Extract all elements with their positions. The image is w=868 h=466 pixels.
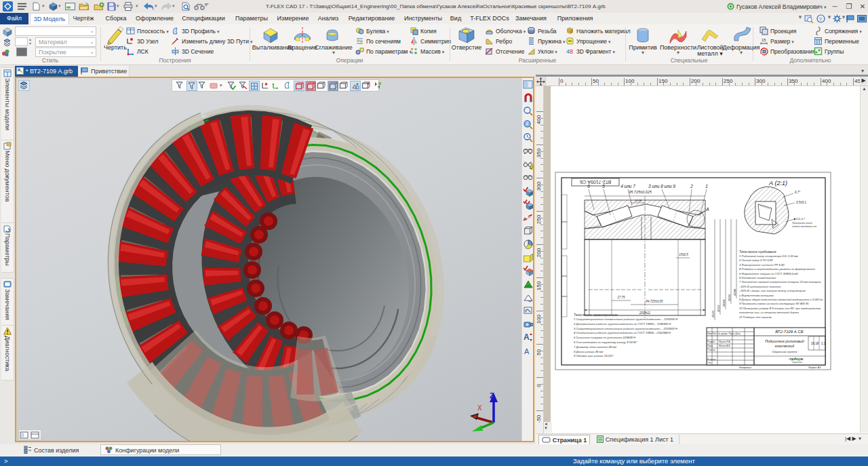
- svg-text:Ø248: Ø248: [733, 288, 736, 296]
- svg-text:конический: конический: [775, 344, 794, 348]
- svg-text:Ø284: Ø284: [722, 299, 726, 307]
- svg-text:Z: Z: [490, 391, 494, 400]
- svg-text:Технические характеристики: Технические характеристики: [574, 313, 618, 317]
- svg-text:Изм Лист № докум. Подп. Дата: Изм Лист № докум. Подп. Дата: [707, 332, 741, 335]
- svg-text:4 Размеры и шероховатость ука: 4 Размеры и шероховатость указаны до фор…: [739, 267, 816, 271]
- svg-text:Утв.: Утв.: [707, 362, 712, 364]
- svg-text:6,7°: 6,7°: [795, 191, 800, 194]
- svg-text:5: 5: [602, 184, 605, 189]
- svg-text:1: 1: [705, 184, 708, 189]
- svg-text:9 Проверить замок согласно ин: 9 Проверить замок согласно инструкции WI…: [739, 302, 809, 305]
- svg-text:A: A: [524, 347, 530, 355]
- svg-text:Формат А3: Формат А3: [808, 366, 821, 369]
- svg-text:0,3–0,7: 0,3–0,7: [796, 217, 806, 220]
- svg-text:15: 15: [762, 38, 766, 42]
- svg-text:17,75: 17,75: [617, 296, 625, 299]
- svg-text:3 или 8 или 9: 3 или 8 или 9: [648, 184, 675, 189]
- svg-text:5 Граничная нагрузка не устало: 5 Граничная нагрузка не усталость 229438…: [574, 336, 636, 339]
- svg-text:15±0,5: 15±0,5: [679, 253, 688, 256]
- svg-text:5 Неуказанные допуски по ГОСТ: 5 Неуказанные допуски по ГОСТ 30893.2-мК: [739, 272, 798, 275]
- svg-text:Сборочный чертёж: Сборочный чертёж: [772, 350, 797, 353]
- svg-text:6: 6: [587, 184, 590, 189]
- svg-text:ВТ2-7109 А СБ: ВТ2-7109 А СБ: [775, 330, 804, 334]
- svg-text:Подшипник роликовый: Подшипник роликовый: [765, 339, 804, 343]
- svg-text:6 Клеймение наименование: 6 Клеймение наименование: [739, 276, 776, 279]
- svg-text:10,04: 10,04: [635, 199, 642, 202]
- svg-text:•ТЕК•КОМ: •ТЕК•КОМ: [789, 357, 803, 361]
- svg-text:1:1: 1:1: [821, 342, 826, 345]
- svg-text:Пров.: Пров.: [707, 345, 713, 347]
- svg-text:4 Статическая рабочая грузопод: 4 Статическая рабочая грузоподъемность п…: [574, 331, 671, 334]
- svg-text:Н.контр.: Н.контр.: [707, 358, 716, 361]
- svg-text:подшипники: подшипники: [792, 362, 802, 364]
- svg-text:7 Диаметр тела качения 24 мм: 7 Диаметр тела качения 24 мм: [574, 345, 616, 349]
- svg-text:Жуков И.А.: Жуков И.А.: [719, 341, 731, 343]
- svg-text:0,5±0,1: 0,5±0,1: [796, 201, 806, 204]
- svg-text:6 Угол контакта по наружному к: 6 Угол контакта по наружному кольцу 9°53…: [574, 341, 637, 344]
- svg-text:?: ?: [819, 16, 823, 22]
- svg-text:11 Размеры для справок: 11 Размеры для справок: [739, 315, 772, 319]
- svg-text:X: X: [477, 404, 482, 412]
- svg-text:Копировал: Копировал: [739, 366, 751, 369]
- svg-text:48: 48: [566, 48, 573, 55]
- svg-text:любого монтажа к-т: любого монтажа к-т: [791, 225, 816, 228]
- svg-text:95,725±0,025: 95,725±0,025: [629, 190, 652, 194]
- svg-text:Т.контр.: Т.контр.: [707, 349, 715, 351]
- svg-text:Ø302: Ø302: [717, 305, 720, 313]
- svg-text:- 50% В шнековидные полости: - 50% В шнековидные полости: [739, 285, 781, 288]
- svg-text:Ø320: Ø320: [711, 310, 715, 318]
- svg-text:Мохов А.В.: Мохов А.В.: [719, 345, 730, 347]
- svg-text:1 Скорректированная динамическ: 1 Скорректированная динамическая рабочая…: [574, 317, 678, 321]
- svg-text:7 Заполнение смазкой поверхно: 7 Заполнение смазкой поверхности тощина …: [739, 280, 821, 284]
- svg-text:4 или 7: 4 или 7: [620, 184, 635, 189]
- svg-text:А (2:1): А (2:1): [768, 180, 787, 187]
- svg-text:3 Фиксирование согласно РР 6.: 3 Фиксирование согласно РР 6.80: [739, 263, 785, 267]
- svg-text:1 Рабочивый зазор сепаратора: 1 Рабочивый зазор сепаратора 0,6÷1,00 мм: [739, 254, 798, 258]
- svg-text:Проверить после: Проверить после: [792, 222, 812, 225]
- svg-text:84,725±0,05: 84,725±0,05: [646, 300, 663, 303]
- svg-text:A: A: [524, 332, 530, 342]
- svg-text:3 Скорректированная статическа: 3 Скорректированная статическая рабочая …: [574, 327, 678, 330]
- svg-text:положении оси, со стороны мень: положении оси, со стороны меньшей борта: [739, 311, 800, 314]
- svg-text:ВТ2-7109А СБ: ВТ2-7109А СБ: [579, 180, 611, 185]
- svg-text:8 Допуск общей количество сма: 8 Допуск общей количество смазочной мате…: [739, 298, 823, 301]
- svg-text:200h11: 200h11: [639, 311, 651, 315]
- svg-text:10 Проверить размер В 6 точках: 10 Проверить размер В 6 точках под 60° п…: [739, 307, 821, 310]
- svg-text:2 Осевой зазор 0,70÷0,80: 2 Осевой зазор 0,70÷0,80: [738, 258, 773, 262]
- svg-text:2: 2: [690, 184, 693, 189]
- svg-text:А: А: [705, 207, 709, 212]
- svg-text:Разраб.: Разраб.: [707, 341, 715, 343]
- svg-text:Технические требования: Технические требования: [739, 250, 776, 254]
- svg-text:2 Динамическая рабочая грузопо: 2 Динамическая рабочая грузоподъемность …: [573, 322, 671, 326]
- svg-text:и Внутренними кольцами: и Внутренними кольцами: [739, 294, 774, 297]
- svg-text:Ø266: Ø266: [728, 294, 731, 302]
- svg-text:16,18: 16,18: [811, 342, 819, 345]
- svg-text:- 50% В «зазор» вид зазоров ме: - 50% В «зазор» вид зазоров между сепара…: [739, 289, 806, 292]
- svg-text:8 Длина ролика 36 мм: 8 Длина ролика 36 мм: [574, 350, 603, 353]
- svg-text:9 Обоймы шаг ролика 19,212°: 9 Обоймы шаг ролика 19,212°: [574, 354, 614, 357]
